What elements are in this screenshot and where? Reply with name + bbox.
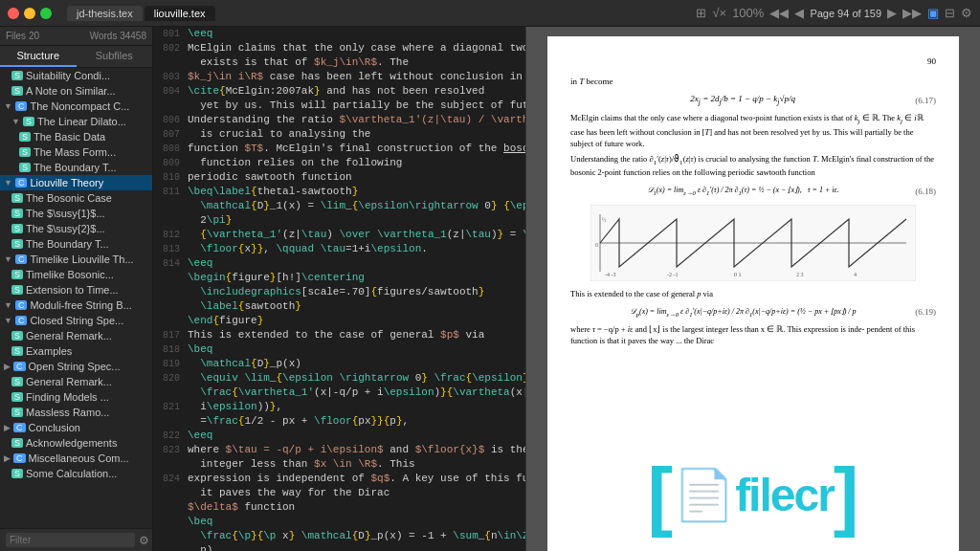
badge-s: S: [11, 193, 23, 203]
nav-prev-prev[interactable]: ◀◀: [769, 6, 789, 20]
code-line: =\frac{1/2 - px + \floor{px}}{p},: [153, 414, 525, 429]
minimize-button[interactable]: [24, 8, 35, 19]
badge-c: C: [15, 316, 28, 325]
sidebar-item-open-string[interactable]: ▶ C Open String Spec...: [0, 359, 152, 374]
sidebar-item-label: Examples: [26, 345, 72, 357]
sidebar-item-acknowledgements[interactable]: S Acknowledgements: [0, 435, 152, 451]
collapse-icon: ▼: [4, 300, 12, 310]
code-line: 817 This is extended to the case of gene…: [153, 328, 525, 342]
traffic-lights: [8, 8, 52, 19]
code-line: \frac{\vartheta_1'(x|-q/p + i\epsilon)}{…: [153, 386, 525, 400]
sqrt-icon[interactable]: √×: [712, 6, 726, 20]
code-editor-content[interactable]: 801 \eeq 802 McElgin claims that the onl…: [153, 27, 525, 551]
sidebar-item-conclusion[interactable]: ▶ C Conclusion: [0, 420, 152, 435]
expand-icon: ▼: [11, 117, 20, 126]
sidebar-item-massless[interactable]: S Massless Ramo...: [0, 405, 152, 420]
sidebar-item-label: General Remark...: [26, 376, 112, 387]
sidebar-item-susy1[interactable]: S The $\susy{1}$...: [0, 206, 152, 221]
pdf-page: 90 in T become 2xj = 2dj/b = 1 − q/p − k…: [547, 36, 959, 551]
sidebar-settings-icon[interactable]: ⚙: [139, 534, 149, 547]
nav-prev[interactable]: ◀: [794, 6, 804, 20]
code-line: \label{sawtooth}: [153, 299, 525, 314]
sidebar-item-susy2[interactable]: S The $\susy{2}$...: [0, 221, 152, 236]
sidebar-item-label: The $\susy{2}$...: [26, 223, 105, 234]
close-button[interactable]: [8, 8, 19, 19]
title-icons: ⊞ √× 100% ◀◀ ◀ Page 94 of 159 ▶ ▶▶ ▣ ⊟ ⚙: [696, 6, 972, 20]
pdf-para-4: where τ = −q/p + iε and ⌊x⌋ is the large…: [570, 324, 936, 347]
sidebar-item-suitability[interactable]: S Suitability Condi...: [0, 68, 152, 83]
words-count: Words 34458: [90, 31, 146, 41]
tab-structure[interactable]: Structure: [0, 46, 77, 67]
sidebar-item-timelike-bosonic[interactable]: S Timelike Bosonic...: [0, 267, 152, 282]
badge-s: S: [11, 239, 23, 249]
sidebar-item-bosonic-case[interactable]: S The Bosonic Case: [0, 190, 152, 206]
badge-s: S: [11, 71, 23, 80]
sidebar-item-examples[interactable]: S Examples: [0, 343, 152, 359]
sidebar-item-extension-to-time[interactable]: S Extension to Time...: [0, 282, 152, 298]
sidebar-item-general-remark2[interactable]: S General Remark...: [0, 374, 152, 389]
sidebar-tabs: Structure Subfiles: [0, 46, 152, 68]
pdf-equation-619: 𝒟p(x) = limε→0 ε ∂1′(x|−q/p+iε) / 2π ∂1(…: [570, 306, 936, 319]
badge-s: S: [11, 86, 23, 96]
sidebar-footer: ⚙: [0, 528, 152, 551]
code-line: integer less than $x \in \R$. This: [153, 457, 525, 472]
collapse-icon: ▼: [4, 178, 12, 187]
code-line: 813 \floor{x}}, \qquad \tau=1+i\epsilon.: [153, 242, 525, 256]
pdf-equation-617: 2xj = 2dj/b = 1 − q/p − kj√p/q (6.17): [570, 93, 936, 107]
sidebar-item-label: Acknowledgements: [26, 437, 117, 449]
pdf-content[interactable]: 90 in T become 2xj = 2dj/b = 1 − q/p − k…: [526, 27, 980, 551]
code-line: 804 \cite{McElgin:2007ak} and has not be…: [153, 84, 525, 99]
sidebar-item-moduli[interactable]: ▼ C Moduli-free String B...: [0, 298, 152, 313]
sidebar-item-label: Open String Spec...: [29, 361, 121, 372]
badge-s: S: [11, 408, 23, 417]
sidebar-item-finding-models[interactable]: S Finding Models ...: [0, 389, 152, 405]
grid-icon[interactable]: ⊞: [696, 6, 706, 20]
pdf-para-1: McElgin claims that the only case where …: [570, 113, 936, 149]
sidebar-item-general-remark[interactable]: S General Remark...: [0, 328, 152, 343]
tab-jd-thesis[interactable]: jd-thesis.tex: [67, 6, 143, 21]
sidebar-item-label: Liouville Theory: [30, 177, 103, 188]
sidebar-item-label: Finding Models ...: [26, 391, 109, 403]
page-info: Page 94 of 159: [810, 8, 881, 19]
code-line: 814 \eeq: [153, 256, 525, 271]
badge-c: C: [15, 254, 28, 264]
maximize-button[interactable]: [40, 8, 52, 19]
main-area: Files 20 Words 34458 Structure Subfiles …: [0, 27, 980, 551]
sidebar-item-boundary-t2[interactable]: S The Boundary T...: [0, 236, 152, 252]
view-icon[interactable]: ▣: [927, 6, 939, 20]
filter-input[interactable]: [6, 533, 135, 547]
code-line: 821 i\epsilon))},: [153, 400, 525, 414]
sidebar-item-linear-dilaton[interactable]: ▼ S The Linear Dilato...: [0, 114, 152, 129]
badge-s: S: [11, 392, 23, 402]
sidebar-item-timelike[interactable]: ▼ C Timelike Liouville Th...: [0, 252, 152, 267]
badge-c: C: [13, 423, 26, 432]
sidebar-item-mass-form[interactable]: S The Mass Form...: [0, 144, 152, 160]
sidebar-item-label: Miscellaneous Com...: [29, 452, 129, 464]
tab-subfiles[interactable]: Subfiles: [77, 46, 153, 67]
sidebar-item-misc[interactable]: ▶ C Miscellaneous Com...: [0, 451, 152, 466]
expand-icon: ▶: [4, 423, 11, 432]
sidebar-item-some-calc[interactable]: S Some Calculation...: [0, 466, 152, 481]
badge-s: S: [11, 346, 23, 356]
sidebar: Files 20 Words 34458 Structure Subfiles …: [0, 27, 153, 551]
nav-next-next[interactable]: ▶▶: [902, 6, 922, 20]
sidebar-item-noncompact[interactable]: ▼ C The Noncompact C...: [0, 99, 152, 114]
badge-c: C: [15, 300, 28, 310]
tab-liouville[interactable]: liouville.tex: [145, 6, 215, 21]
sidebar-item-basic-data[interactable]: S The Basic Data: [0, 129, 152, 144]
nav-next[interactable]: ▶: [887, 6, 897, 20]
sidebar-item-label: Moduli-free String B...: [30, 299, 131, 311]
sidebar-item-closed-string[interactable]: ▼ C Closed String Spe...: [0, 313, 152, 328]
svg-text:½: ½: [602, 217, 607, 223]
settings-icon[interactable]: ⚙: [961, 6, 972, 20]
split-icon[interactable]: ⊟: [945, 6, 955, 20]
code-line: 811 \beq\label{thetal-sawtooth}: [153, 185, 525, 199]
sidebar-item-note[interactable]: S A Note on Similar...: [0, 83, 152, 99]
sidebar-item-boundary-t[interactable]: S The Boundary T...: [0, 160, 152, 175]
code-line: 801 \eeq: [153, 27, 525, 41]
code-line: 824 expression is independent of $q$. A …: [153, 472, 525, 486]
sidebar-item-liouville[interactable]: ▼ C Liouville Theory: [0, 175, 152, 190]
code-editor[interactable]: 801 \eeq 802 McElgin claims that the onl…: [153, 27, 526, 551]
sawtooth-chart: -4 -3 -2 -1 0 1 2 3 4 ½ 0: [570, 205, 936, 281]
code-line: \mathcal{D}_1(x) = \lim_{\epsilon\righta…: [153, 199, 525, 213]
